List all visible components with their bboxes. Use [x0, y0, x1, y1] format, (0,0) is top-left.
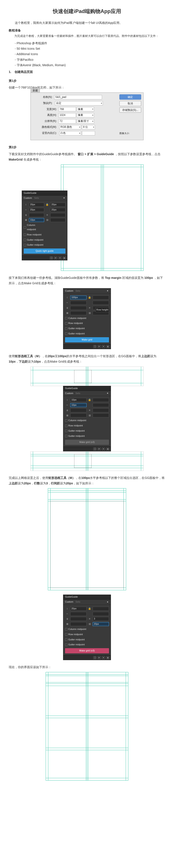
- gg-row-gutter[interactable]: 20px: [93, 622, 109, 626]
- ps-width-input[interactable]: 768: [58, 107, 76, 111]
- gg-top-margin[interactable]: 20px: [70, 607, 86, 611]
- fig-canvas-gg1: GuideGuide Custom Sets ✦ ↕20px🔒20px ↔20p…: [9, 164, 165, 271]
- marquee-selection: [74, 370, 92, 383]
- canvas-strip-top: [30, 367, 144, 386]
- step1-heading: 第1步: [9, 78, 165, 84]
- gg-make-grid-button[interactable]: Make grid (x3): [65, 440, 109, 445]
- new-set-icon[interactable]: ✦: [106, 392, 109, 395]
- asset-item: Photoshop 参考线插件: [15, 40, 165, 46]
- ps-mode-select[interactable]: RGB 颜色: [59, 125, 81, 129]
- gg-foot-icon[interactable]: ⓘ: [50, 256, 53, 259]
- gg-left-margin[interactable]: 20px: [50, 208, 66, 212]
- gg-foot-icon[interactable]: ⟳: [54, 256, 57, 259]
- fig-gg-panel4: GuideGuide Custom Sets ✦ ↕20px🔒 ↔ ⫼≡3 ⊞⊟…: [9, 595, 165, 660]
- ps-mode-label: 颜色模式(M):: [37, 125, 57, 129]
- new-set-icon[interactable]: ✦: [106, 289, 109, 292]
- assets-list: Photoshop 参考线插件 50 Mini Icons Set Additi…: [9, 40, 165, 68]
- gg-chk[interactable]: [24, 226, 26, 229]
- gg-bottom-margin[interactable]: 20px: [29, 208, 44, 212]
- intro-paragraph: 这个教程里，我将向大家展示如何为iPad客户端创建一个falt UI风格的App…: [9, 20, 165, 26]
- asset-item: 字体Pacifico: [15, 57, 165, 62]
- gg-row-height[interactable]: Row height: [93, 311, 109, 315]
- ps-cancel-button[interactable]: 取消: [119, 101, 141, 106]
- ps-bit-select[interactable]: 8 位: [82, 125, 95, 129]
- gg-rows[interactable]: [50, 213, 66, 217]
- ps-height-unit[interactable]: 像素: [77, 113, 94, 117]
- ps-bg-label: 背景内容(C):: [37, 131, 57, 135]
- gg-bottom-margin[interactable]: 10px: [70, 403, 86, 407]
- ps-name-input[interactable]: S&S_pad: [54, 95, 102, 99]
- canvas-preview: [48, 488, 126, 590]
- asset-item: 50 Mini Icons Set: [15, 46, 165, 52]
- marquee-selection: [50, 501, 124, 588]
- gg-columns[interactable]: [70, 306, 86, 310]
- gg-title: GuideGuide: [22, 191, 67, 195]
- gg-chk[interactable]: [24, 239, 26, 241]
- ps-bg-swatch[interactable]: [82, 131, 95, 135]
- ps-width-unit[interactable]: 像素: [77, 107, 94, 111]
- gg-column-width[interactable]: [70, 311, 86, 315]
- arrows-v-icon: ↕: [24, 203, 28, 207]
- guideguide-panel: GuideGuide Custom Sets ✦ ↕10px🔒 ↔10px ⫼≡…: [63, 386, 111, 452]
- ps-res-label: 分辨率(R):: [42, 119, 57, 124]
- gg-right-margin[interactable]: [93, 398, 109, 402]
- fig-strips-gg3: GuideGuide Custom Sets ✦ ↕10px🔒 ↔10px ⫼≡…: [9, 367, 165, 471]
- gg-foot-icon[interactable]: ⊞: [63, 256, 66, 259]
- gg-foot-icon[interactable]: ✕: [58, 256, 61, 259]
- step4-text: 使用矩形选框工具（M），在20px至100px的水平参考线之间拉出一个矩形选区，…: [9, 353, 165, 364]
- gg-top-margin[interactable]: 100px: [70, 296, 86, 300]
- ps-save-preset-button[interactable]: 存储预设(S)...: [119, 107, 141, 113]
- ps-ok-button[interactable]: 确定: [119, 94, 141, 100]
- asset-item: Additional Icons: [15, 52, 165, 57]
- gg-make-grid-button[interactable]: Make grid: [65, 337, 109, 342]
- gg-columns[interactable]: [29, 213, 44, 217]
- gg-make-grid-button[interactable]: Make grid (x3): [65, 648, 109, 653]
- gg-chk[interactable]: [24, 244, 26, 246]
- step5-text: 完成以上网格设置之后，使用矩形选框工具（M），在100px水平参考线以下的整个区…: [9, 475, 165, 486]
- gg-quick-guide-button[interactable]: Quick right guide: [24, 248, 66, 254]
- fig-gg-panel2: Custom Sets ✦ ↕100px🔒 ↔ ⫼≡ ⊞⊟Row height …: [9, 288, 165, 349]
- gg-chk[interactable]: [24, 234, 26, 236]
- ps-res-unit[interactable]: 像素/英寸: [77, 119, 94, 123]
- lock-icon[interactable]: 🔒: [45, 203, 49, 207]
- gg-column-width[interactable]: 10px: [29, 218, 44, 222]
- ps-name-label: 名称(N):: [33, 95, 52, 100]
- gg-rows[interactable]: 3: [93, 617, 109, 621]
- gg-tab-sets[interactable]: Sets: [75, 600, 80, 604]
- gg-row-height[interactable]: [50, 218, 66, 222]
- menu-path: 窗口 > 扩展 > GuideGuide: [78, 152, 114, 156]
- gg-top-margin[interactable]: 20px: [29, 203, 44, 207]
- section-num: 1.: [9, 70, 11, 73]
- gg-tab-custom[interactable]: Custom: [24, 196, 32, 200]
- gg-tab-custom[interactable]: Custom: [65, 289, 73, 293]
- gg-tab-custom[interactable]: Custom: [65, 600, 73, 604]
- page-title: 快速创建iPad端购物App应用: [9, 6, 165, 16]
- ps-image-size-label: 图像大小:: [119, 131, 141, 135]
- new-set-icon[interactable]: ✦: [63, 196, 66, 199]
- gg-tab-sets[interactable]: Sets: [75, 289, 80, 293]
- guideguide-panel: GuideGuide Custom Sets ✦ ↕20px🔒 ↔ ⫼≡3 ⊞⊟…: [63, 595, 111, 660]
- section-title: 创建商品页面: [15, 70, 33, 73]
- ps-res-input[interactable]: 72: [58, 119, 76, 123]
- prep-title: 教程准备: [9, 28, 165, 33]
- ps-preset-select[interactable]: 自定: [55, 101, 103, 105]
- ps-bg-select[interactable]: 白色: [59, 131, 81, 135]
- gg-left-margin[interactable]: [93, 301, 109, 305]
- gg-tab-custom[interactable]: Custom: [65, 391, 73, 396]
- gg-tab-sets[interactable]: Sets: [34, 196, 39, 200]
- arrows-h-icon: ↔: [24, 208, 28, 212]
- ps-height-input[interactable]: 1024: [58, 113, 76, 117]
- ps-height-label: 高度(H):: [42, 113, 57, 118]
- gg-tab-sets[interactable]: Sets: [75, 391, 80, 396]
- asset-item: 字体Avenir (Black, Medium, Roman): [15, 62, 165, 68]
- gg-bottom-margin[interactable]: [70, 301, 86, 305]
- final-text: 现在，你的界面应该如下所示：: [9, 664, 165, 670]
- gg-top-margin[interactable]: 10px: [70, 398, 86, 402]
- canvas-preview: [61, 164, 144, 271]
- section-heading: 1. 创建商品页面: [9, 69, 165, 75]
- gg-right-margin[interactable]: [93, 296, 109, 300]
- new-set-icon[interactable]: ✦: [106, 600, 109, 603]
- gg-left-margin[interactable]: [93, 403, 109, 407]
- fig-ps-new-dialog: 新建 名称(N): S&S_pad 预设(P): 自定 宽度(W): 768 像…: [9, 92, 165, 140]
- gg-right-margin[interactable]: 20px: [50, 203, 66, 207]
